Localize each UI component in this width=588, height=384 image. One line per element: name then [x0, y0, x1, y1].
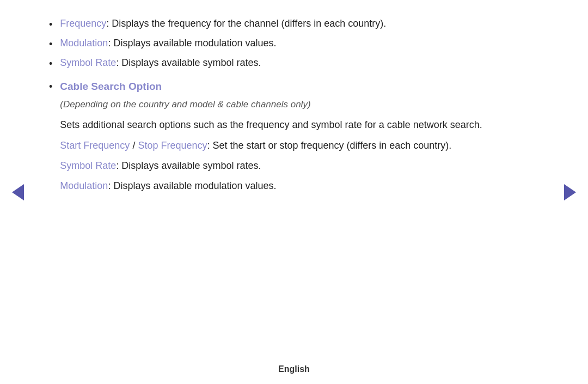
cable-search-title: Cable Search Option	[60, 78, 539, 94]
frequency-separator: /	[130, 140, 138, 151]
symbol-rate-detail: Symbol Rate: Displays available symbol r…	[60, 158, 539, 174]
modulation-detail: Modulation: Displays available modulatio…	[60, 178, 539, 194]
footer-language: English	[278, 364, 310, 374]
bullet-dot: •	[49, 17, 52, 33]
nav-next-button[interactable]	[562, 181, 578, 203]
stop-frequency-term: Stop Frequency	[138, 140, 207, 151]
page-container: • Frequency: Displays the frequency for …	[0, 0, 588, 384]
bullet-dot-cable: •	[49, 80, 52, 95]
bullet-dot: •	[49, 57, 52, 72]
cable-search-body: Sets additional search options such as t…	[60, 117, 539, 133]
term-symbol-rate: Symbol Rate	[60, 57, 116, 68]
right-arrow-icon	[564, 184, 576, 200]
bullet-content: Modulation: Displays available modulatio…	[60, 36, 539, 51]
term-modulation-desc: : Displays available modulation values.	[108, 38, 276, 48]
symbol-rate-term: Symbol Rate	[60, 160, 116, 171]
bullet-content: Frequency: Displays the frequency for th…	[60, 16, 539, 32]
term-symbol-rate-desc: : Displays available symbol rates.	[116, 57, 261, 68]
modulation-desc: : Displays available modulation values.	[108, 180, 276, 191]
term-frequency: Frequency	[60, 18, 106, 29]
list-item: • Modulation: Displays available modulat…	[49, 36, 539, 52]
page-footer: English	[0, 358, 588, 384]
start-frequency-term: Start Frequency	[60, 140, 130, 151]
cable-search-note: (Depending on the country and model & ca…	[60, 97, 539, 112]
left-arrow-icon	[12, 184, 24, 200]
top-bullet-list: • Frequency: Displays the frequency for …	[49, 16, 539, 72]
term-frequency-desc: : Displays the frequency for the channel…	[106, 18, 386, 29]
symbol-rate-desc: : Displays available symbol rates.	[116, 160, 261, 171]
term-modulation: Modulation	[60, 38, 108, 48]
modulation-term: Modulation	[60, 180, 108, 191]
list-item: • Symbol Rate: Displays available symbol…	[49, 56, 539, 72]
frequency-desc: : Set the start or stop frequency (diffe…	[207, 140, 451, 151]
bullet-content: Symbol Rate: Displays available symbol r…	[60, 56, 539, 71]
cable-section-item: • Cable Search Option (Depending on the …	[49, 78, 539, 198]
list-item: • Frequency: Displays the frequency for …	[49, 16, 539, 33]
frequency-detail: Start Frequency / Stop Frequency: Set th…	[60, 138, 539, 154]
content-area: • Frequency: Displays the frequency for …	[0, 0, 588, 358]
nav-prev-button[interactable]	[10, 181, 26, 203]
bullet-dot: •	[49, 37, 52, 52]
cable-section-content: Cable Search Option (Depending on the co…	[60, 78, 539, 198]
